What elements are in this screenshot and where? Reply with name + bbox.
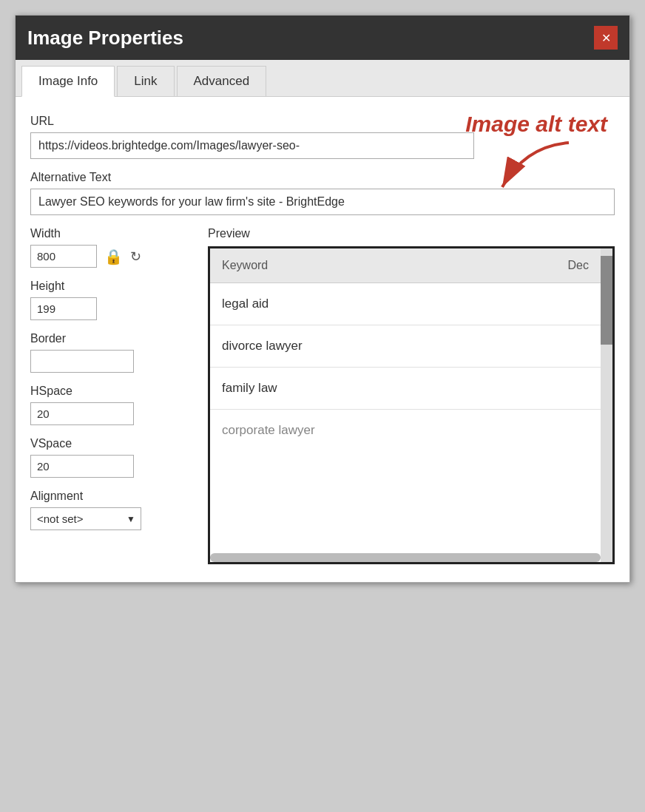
preview-label: Preview (208, 227, 615, 240)
vspace-label: VSpace (30, 437, 193, 450)
table-row: legal aid (210, 283, 601, 325)
annotation-arrow (495, 139, 584, 201)
height-field-group: Height (30, 280, 193, 320)
dec-cell (556, 283, 601, 325)
tab-advanced[interactable]: Advanced (177, 66, 267, 96)
scrollbar-thumb[interactable] (601, 256, 612, 345)
keyword-cell: legal aid (210, 283, 556, 325)
dialog-title: Image Properties (27, 27, 183, 50)
url-input[interactable] (30, 132, 474, 159)
preview-content: Keyword Dec legal aiddivorce lawyerfamil… (210, 248, 601, 562)
image-properties-dialog: Image Properties ✕ Image Info Link Advan… (15, 15, 630, 583)
tab-bar: Image Info Link Advanced (16, 60, 629, 97)
preview-box: Keyword Dec legal aiddivorce lawyerfamil… (208, 246, 615, 564)
lock-icon[interactable]: 🔒 (104, 248, 123, 265)
keyword-cell: divorce lawyer (210, 325, 556, 368)
dec-cell (556, 325, 601, 368)
hspace-label: HSpace (30, 385, 193, 398)
width-input[interactable] (30, 245, 97, 268)
alignment-select-wrapper: <not set> Left Right Center (30, 507, 141, 530)
horizontal-scrollbar[interactable] (210, 553, 601, 562)
vspace-input[interactable] (30, 455, 134, 478)
alignment-select[interactable]: <not set> Left Right Center (30, 507, 141, 530)
table-row: divorce lawyer (210, 325, 601, 368)
annotation-area: Image alt text (465, 112, 607, 201)
hspace-field-group: HSpace (30, 385, 193, 425)
tab-link[interactable]: Link (117, 66, 174, 96)
dialog-body: Image alt text URL Alternative Text (16, 97, 629, 582)
alignment-field-group: Alignment <not set> Left Right Center (30, 490, 193, 530)
preview-table: Keyword Dec legal aiddivorce lawyerfamil… (210, 248, 601, 451)
main-columns: Width 🔒 ↻ Height Border (30, 227, 615, 564)
right-column: Preview Keyword Dec (208, 227, 615, 564)
left-column: Width 🔒 ↻ Height Border (30, 227, 193, 564)
vspace-field-group: VSpace (30, 437, 193, 478)
dialog-titlebar: Image Properties ✕ (16, 16, 629, 60)
close-button[interactable]: ✕ (594, 26, 618, 50)
width-row: 🔒 ↻ (30, 245, 193, 268)
keyword-cell: family law (210, 368, 556, 410)
dec-cell (556, 368, 601, 410)
keyword-cell: corporate lawyer (210, 410, 556, 452)
border-input[interactable] (30, 350, 134, 373)
col-dec-header: Dec (556, 248, 601, 283)
table-row: corporate lawyer (210, 410, 601, 452)
alignment-label: Alignment (30, 490, 193, 503)
refresh-icon[interactable]: ↻ (130, 248, 141, 265)
preview-inner: Keyword Dec legal aiddivorce lawyerfamil… (210, 248, 612, 562)
height-input[interactable] (30, 297, 97, 320)
hspace-input[interactable] (30, 402, 134, 425)
col-keyword-header: Keyword (210, 248, 556, 283)
preview-scrollbar[interactable] (601, 248, 612, 562)
border-label: Border (30, 332, 193, 345)
dec-cell (556, 410, 601, 452)
annotation-label: Image alt text (465, 112, 607, 136)
width-label: Width (30, 227, 193, 240)
table-header-row: Keyword Dec (210, 248, 601, 283)
border-field-group: Border (30, 332, 193, 373)
height-label: Height (30, 280, 193, 293)
table-row: family law (210, 368, 601, 410)
width-field-group: Width 🔒 ↻ (30, 227, 193, 268)
tab-image-info[interactable]: Image Info (21, 66, 115, 97)
